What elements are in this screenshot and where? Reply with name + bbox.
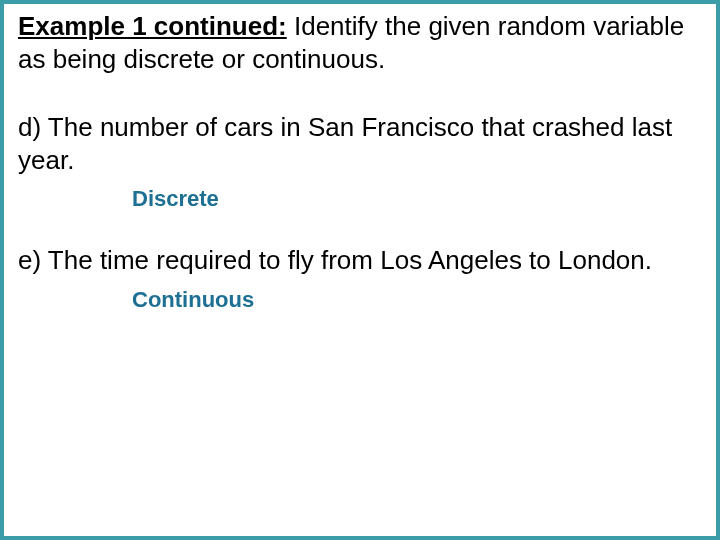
answer-d: Discrete: [132, 186, 702, 212]
spacer: [18, 75, 702, 105]
spacer: [18, 212, 702, 238]
answer-e: Continuous: [132, 287, 702, 313]
question-d: d) The number of cars in San Francisco t…: [18, 111, 702, 176]
question-e: e) The time required to fly from Los Ang…: [18, 244, 702, 277]
slide-frame: Example 1 continued: Identify the given …: [0, 0, 720, 540]
example-heading: Example 1 continued: Identify the given …: [18, 10, 702, 75]
heading-label: Example 1 continued:: [18, 11, 287, 41]
